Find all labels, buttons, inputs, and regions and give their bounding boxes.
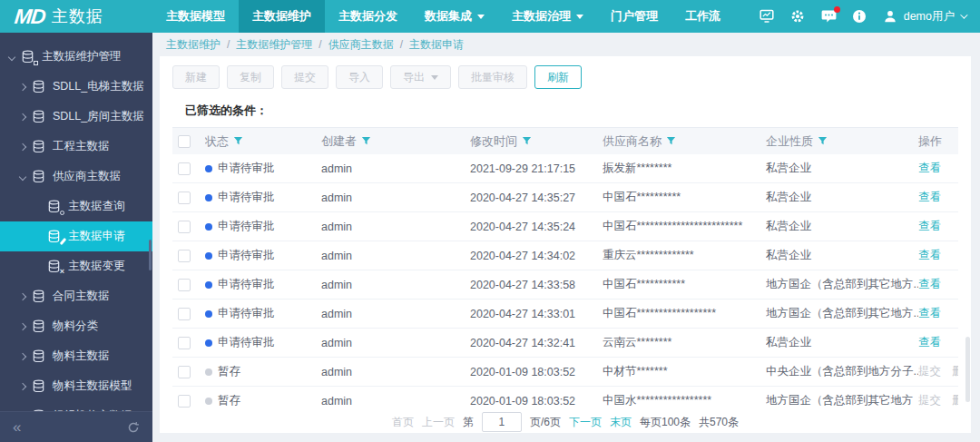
row-checkbox[interactable] <box>178 162 191 175</box>
status-dot-icon <box>205 310 212 318</box>
column-header-label: 企业性质 <box>766 133 813 150</box>
toolbar-button[interactable]: 提交 <box>281 65 328 89</box>
row-checkbox[interactable] <box>178 366 191 378</box>
view-link[interactable]: 查看 <box>918 190 941 205</box>
row-checkbox[interactable] <box>178 308 191 320</box>
toolbar-button[interactable]: 新建 <box>172 65 220 89</box>
sidebar-item[interactable]: 供应商主数据 <box>0 162 152 192</box>
filter-icon[interactable] <box>666 136 676 146</box>
delete-link[interactable]: 删除 <box>952 364 958 379</box>
top-nav-item[interactable]: 主数据模型 <box>152 0 239 33</box>
sidebar-item[interactable]: 合同主数据 <box>0 281 152 311</box>
row-checkbox[interactable] <box>178 221 191 233</box>
dashboard-icon[interactable] <box>760 9 775 25</box>
sidebar-item[interactable]: 工程主数据 <box>0 132 152 162</box>
sidebar-item[interactable]: SDLL_电梯主数据 <box>0 72 152 102</box>
messages-icon[interactable] <box>821 9 837 25</box>
row-checkbox[interactable] <box>178 395 191 408</box>
first-page-button[interactable]: 首页 <box>392 415 414 430</box>
view-link[interactable]: 查看 <box>918 306 941 321</box>
column-header: 修改时间 <box>470 133 603 150</box>
filter-icon[interactable] <box>522 136 532 146</box>
app-window: MD 主数据 主数据模型主数据维护主数据分发数据集成主数据治理门户管理工作流 d… <box>0 0 980 442</box>
status-cell: 申请待审批 <box>205 219 321 234</box>
logo-mark: MD <box>14 5 47 29</box>
next-page-button[interactable]: 下一页 <box>569 415 602 430</box>
sidebar-item[interactable]: SDLL_房间主数据 <box>0 102 152 132</box>
submit-link[interactable]: 提交 <box>918 364 941 379</box>
table-row: 暂存admin2020-01-09 18:03:52中材节*******中央企业… <box>172 358 958 387</box>
sidebar-item-label: 主数据变更 <box>68 259 125 274</box>
view-link[interactable]: 查看 <box>918 248 941 263</box>
info-icon[interactable] <box>852 9 867 25</box>
status-label: 申请待审批 <box>218 335 275 350</box>
row-select-cell <box>172 192 205 204</box>
breadcrumb-item[interactable]: 主数据维护 <box>166 37 220 53</box>
top-nav-item[interactable]: 主数据治理 <box>498 0 597 33</box>
sidebar-item[interactable]: 物料主数据模型 <box>0 371 152 401</box>
sidebar-resize-handle[interactable] <box>149 240 152 270</box>
sidebar-item[interactable]: ×主数据变更 <box>0 251 152 281</box>
select-all-checkbox[interactable] <box>178 135 191 148</box>
toolbar-button[interactable]: 导出 <box>390 65 451 89</box>
sidebar-item[interactable]: 主数据查询 <box>0 192 152 221</box>
status-label: 申请待审批 <box>218 277 275 292</box>
sidebar-item-label: 供应商主数据 <box>53 169 121 184</box>
row-checkbox[interactable] <box>178 250 191 262</box>
submit-link[interactable]: 提交 <box>918 393 941 408</box>
breadcrumb-item[interactable]: 主数据维护管理 <box>236 37 312 53</box>
data-table: 状态创建者修改时间供应商名称企业性质操作 申请待审批admin2021-09-2… <box>172 127 958 408</box>
prev-page-button[interactable]: 上一页 <box>422 415 455 430</box>
breadcrumb-item[interactable]: 供应商主数据 <box>328 37 394 53</box>
status-dot-icon <box>205 194 212 201</box>
row-checkbox[interactable] <box>178 279 191 291</box>
row-checkbox[interactable] <box>178 337 191 349</box>
modified-time-cell: 2020-04-27 14:32:41 <box>470 337 603 349</box>
chevron-down-icon <box>477 15 485 19</box>
creator-cell: admin <box>321 308 470 320</box>
toolbar-button-label: 批量审核 <box>471 70 514 85</box>
sidebar-footer: « <box>0 411 152 442</box>
top-nav-item[interactable]: 主数据分发 <box>325 0 411 33</box>
row-select-cell <box>172 337 205 349</box>
toolbar-button[interactable]: 导入 <box>336 65 383 89</box>
sidebar-item[interactable]: 物料分类 <box>0 311 152 341</box>
sidebar-item[interactable]: 主数据申请 <box>0 221 152 251</box>
collapse-sidebar-button[interactable]: « <box>13 418 19 437</box>
sidebar-item[interactable]: 主数据维护管理 <box>0 42 152 72</box>
user-icon <box>883 9 898 25</box>
toolbar-button[interactable]: 复制 <box>227 65 274 89</box>
last-page-button[interactable]: 末页 <box>610 415 632 430</box>
filter-icon[interactable] <box>818 136 828 146</box>
user-menu[interactable]: demo用户 <box>883 9 965 25</box>
actions-cell: 查看 <box>918 219 958 234</box>
delete-link[interactable]: 删除 <box>952 393 958 408</box>
toolbar-button-label: 导出 <box>403 70 425 85</box>
column-header: 企业性质 <box>766 133 918 150</box>
top-nav-item[interactable]: 工作流 <box>671 0 734 33</box>
view-link[interactable]: 查看 <box>918 219 941 234</box>
row-checkbox[interactable] <box>178 192 191 204</box>
status-dot-icon <box>205 398 212 405</box>
supplier-name-cell: 中国石*********** <box>603 277 766 292</box>
top-nav-item[interactable]: 数据集成 <box>411 0 498 33</box>
page-number-input[interactable] <box>482 412 522 432</box>
filter-icon[interactable] <box>233 136 243 146</box>
top-nav-item[interactable]: 主数据维护 <box>239 0 325 33</box>
refresh-tree-button[interactable] <box>127 421 140 434</box>
table-scrollbar[interactable] <box>965 337 970 402</box>
view-link[interactable]: 查看 <box>918 335 941 350</box>
enterprise-nature-cell: 私营企业 <box>766 219 918 234</box>
refresh-button[interactable]: 刷新 <box>534 65 582 89</box>
enterprise-nature-cell: 地方国企（含总部到其它地方 <box>766 393 918 408</box>
toolbar-button[interactable]: 批量审核 <box>458 65 527 89</box>
view-link[interactable]: 查看 <box>918 161 941 176</box>
settings-icon[interactable] <box>790 9 806 25</box>
breadcrumb-separator: / <box>227 38 230 51</box>
top-nav-item[interactable]: 门户管理 <box>597 0 671 33</box>
filter-icon[interactable] <box>361 136 371 146</box>
db-icon <box>32 110 46 123</box>
sidebar-item[interactable]: 物料主数据 <box>0 341 152 371</box>
breadcrumb-item[interactable]: 主数据申请 <box>409 37 464 53</box>
view-link[interactable]: 查看 <box>918 277 941 292</box>
